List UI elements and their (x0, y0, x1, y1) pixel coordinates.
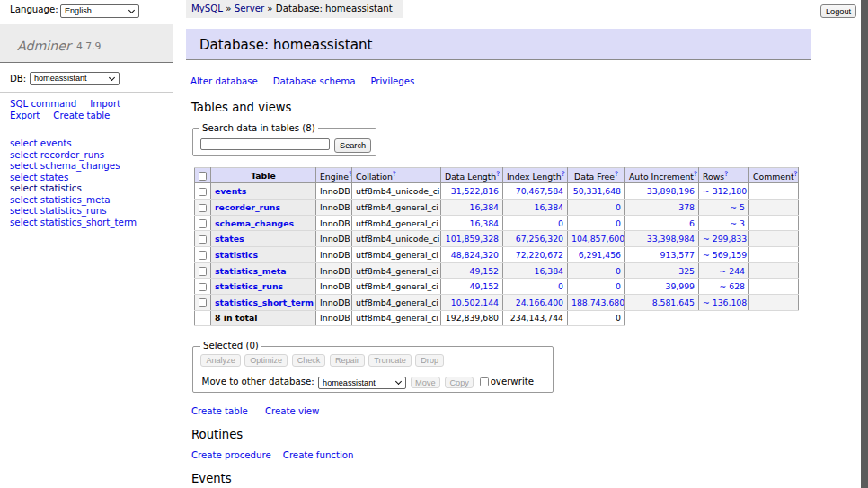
row-checkbox[interactable] (199, 219, 208, 228)
table-name-link[interactable]: statistics_meta (215, 266, 286, 276)
sidebar-table-link[interactable]: select statistics_runs (10, 205, 107, 216)
analyze-button[interactable]: Analyze (200, 354, 240, 367)
data-length-link[interactable]: 31,522,816 (451, 186, 499, 196)
repair-button[interactable]: Repair (330, 354, 365, 367)
sidebar-action-export[interactable]: Export (10, 111, 40, 120)
truncate-button[interactable]: Truncate (368, 354, 412, 367)
check-button[interactable]: Check (292, 354, 326, 367)
overwrite-checkbox[interactable] (480, 377, 489, 386)
row-checkbox[interactable] (199, 267, 208, 276)
data-length-link[interactable]: 49,152 (469, 266, 499, 276)
drop-button[interactable]: Drop (415, 354, 444, 367)
table-name-link[interactable]: schema_changes (215, 218, 294, 228)
auto-increment-link[interactable]: 913,577 (660, 250, 695, 260)
index-length-link[interactable]: 0 (558, 281, 563, 291)
db-link-database-schema[interactable]: Database schema (273, 76, 356, 86)
index-length-link[interactable]: 16,384 (534, 266, 563, 276)
row-checkbox[interactable] (199, 251, 208, 260)
data-free-link[interactable]: 104,857,600 (571, 234, 624, 244)
create-view-link[interactable]: Create view (265, 406, 320, 416)
table-name-link[interactable]: states (215, 234, 244, 244)
rows-count-link[interactable]: ~ 312,180 (703, 186, 747, 196)
scrollbar[interactable] (861, 0, 868, 488)
rows-count-link[interactable]: ~ 569,159 (703, 250, 747, 260)
sidebar-table-link[interactable]: select events (10, 138, 72, 148)
index-length-link[interactable]: 72,220,672 (516, 250, 563, 260)
index-length-link[interactable]: 70,467,584 (516, 186, 563, 196)
create-function-link[interactable]: Create function (283, 450, 354, 460)
auto-increment-link[interactable]: 8,581,645 (652, 297, 695, 307)
data-free-link[interactable]: 0 (616, 281, 621, 291)
help-link[interactable]: ? (724, 170, 728, 178)
row-checkbox[interactable] (199, 235, 208, 244)
rows-count-link[interactable]: ~ 136,108 (703, 297, 747, 307)
table-name-link[interactable]: recorder_runs (215, 202, 280, 212)
data-length-link[interactable]: 101,859,328 (446, 234, 499, 244)
adminer-logo[interactable]: Adminer4.7.9 (0, 24, 173, 63)
help-link[interactable]: ? (794, 170, 798, 178)
auto-increment-link[interactable]: 39,999 (665, 281, 695, 291)
help-link[interactable]: ? (694, 170, 697, 178)
search-input[interactable] (200, 138, 330, 150)
table-name-link[interactable]: statistics_short_term (215, 297, 314, 307)
rows-count-link[interactable]: ~ 628 (720, 281, 746, 291)
rows-count-link[interactable]: ~ 3 (730, 218, 745, 228)
move-button[interactable]: Move (411, 377, 440, 388)
sidebar-action-create-table[interactable]: Create table (53, 111, 110, 120)
select-all-checkbox[interactable] (199, 172, 208, 181)
table-name-link[interactable]: statistics (215, 250, 258, 260)
data-length-link[interactable]: 49,152 (469, 281, 499, 291)
create-procedure-link[interactable]: Create procedure (191, 450, 271, 460)
db-link-privileges[interactable]: Privileges (370, 76, 414, 86)
data-free-link[interactable]: 6,291,456 (579, 250, 621, 260)
data-length-link[interactable]: 16,384 (469, 202, 499, 212)
optimize-button[interactable]: Optimize (244, 354, 288, 367)
index-length-link[interactable]: 0 (558, 218, 563, 228)
copy-button[interactable]: Copy (445, 377, 474, 388)
data-free-link[interactable]: 0 (616, 218, 621, 228)
auto-increment-link[interactable]: 33,898,196 (647, 186, 695, 196)
help-link[interactable]: ? (496, 170, 500, 178)
data-length-link[interactable]: 16,384 (469, 218, 499, 228)
data-free-link[interactable]: 50,331,648 (573, 186, 621, 196)
index-length-link[interactable]: 67,256,320 (516, 234, 563, 244)
data-free-link[interactable]: 0 (616, 202, 621, 212)
move-db-select[interactable]: homeassistant (318, 377, 406, 389)
row-checkbox[interactable] (199, 298, 208, 307)
sidebar-table-link[interactable]: select statistics_meta (10, 194, 111, 205)
help-link[interactable]: ? (393, 170, 396, 178)
search-button[interactable]: Search (334, 138, 371, 153)
db-link-alter-database[interactable]: Alter database (190, 76, 258, 86)
sidebar-table-link[interactable]: select statistics_short_term (10, 217, 137, 227)
index-length-link[interactable]: 24,166,400 (516, 297, 563, 307)
table-name-link[interactable]: statistics_runs (215, 281, 283, 291)
row-checkbox[interactable] (199, 204, 208, 213)
db-select[interactable]: homeassistant (30, 72, 120, 85)
language-select[interactable]: English (60, 4, 139, 18)
data-free-link[interactable]: 188,743,680 (571, 297, 624, 307)
data-length-link[interactable]: 10,502,144 (451, 297, 499, 307)
rows-count-link[interactable]: ~ 244 (720, 266, 746, 276)
auto-increment-link[interactable]: 378 (678, 202, 695, 212)
help-link[interactable]: ? (615, 170, 618, 178)
sidebar-action-import[interactable]: Import (90, 99, 120, 109)
data-free-link[interactable]: 0 (616, 266, 621, 276)
sidebar-table-link[interactable]: select recorder_runs (10, 149, 104, 160)
create-table-link[interactable]: Create table (191, 406, 248, 416)
rows-count-link[interactable]: ~ 299,833 (703, 234, 747, 244)
sidebar-table-link[interactable]: select schema_changes (10, 160, 120, 171)
row-checkbox[interactable] (199, 283, 208, 292)
auto-increment-link[interactable]: 6 (689, 218, 695, 228)
overwrite-option[interactable]: overwrite (480, 376, 534, 388)
sidebar-action-sql-command[interactable]: SQL command (10, 99, 76, 109)
auto-increment-link[interactable]: 33,398,984 (647, 234, 695, 244)
rows-count-link[interactable]: ~ 5 (730, 202, 745, 212)
row-checkbox[interactable] (199, 188, 208, 197)
sidebar-table-link[interactable]: select states (10, 172, 68, 182)
help-link[interactable]: ? (562, 170, 565, 178)
auto-increment-link[interactable]: 325 (678, 266, 695, 276)
table-name-link[interactable]: events (215, 186, 246, 196)
index-length-link[interactable]: 16,384 (534, 202, 563, 212)
sidebar-table-link[interactable]: select statistics (10, 182, 82, 193)
data-length-link[interactable]: 48,824,320 (451, 250, 499, 260)
